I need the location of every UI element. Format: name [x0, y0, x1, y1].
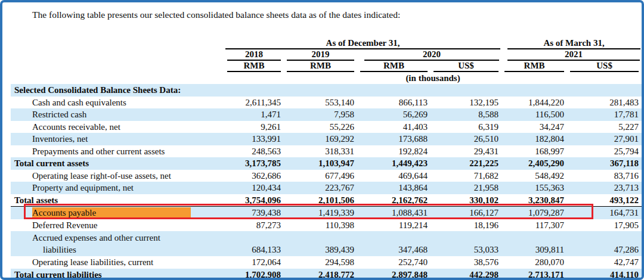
cell-value: 47,286: [567, 231, 642, 256]
cell-value: 119,214: [357, 219, 431, 232]
cell-value: 1,088,431: [357, 207, 431, 219]
cell-value: 26,510: [431, 133, 501, 145]
row-label: Inventories, net: [11, 133, 224, 145]
cell-value: 2,897,848: [357, 269, 431, 280]
cell-value: 2,101,506: [284, 194, 357, 207]
cell-value: 2,162,762: [357, 194, 431, 207]
cell-value: 29,431: [431, 145, 501, 158]
cell-value: 2,405,290: [501, 157, 567, 170]
cell-value: 280,070: [501, 256, 567, 269]
label-column-spacer: [11, 72, 224, 84]
cell-value: 252,740: [357, 256, 431, 269]
cell-value: 1,702,908: [224, 269, 284, 280]
cell-value: 116,500: [501, 108, 567, 121]
cell-value: 469,644: [357, 170, 431, 182]
year-header-2021: 2021: [501, 49, 642, 61]
currency-header-2021-usd: US$: [567, 61, 642, 72]
cell-value: 281,483: [567, 97, 642, 109]
cell-value: 9,261: [224, 121, 284, 133]
cell-value: 192,824: [357, 145, 431, 158]
cell-value: 25,794: [567, 145, 642, 158]
cell-value: 17,905: [567, 219, 642, 232]
cell-value: 3,230,847: [501, 194, 567, 207]
group-header-dec31-label: As of December 31,: [225, 38, 500, 49]
cell-value: 55,226: [284, 121, 357, 133]
group-header-mar31-label: As of March 31,: [507, 38, 640, 49]
row-label: Restricted cash: [11, 108, 224, 121]
cell-value: 8,588: [431, 108, 501, 121]
table-row: Operating lease liabilities, current172,…: [11, 256, 642, 269]
row-label: Operating lease liabilities, current: [11, 256, 224, 269]
table-row: Total current assets3,173,7851,103,9471,…: [11, 157, 642, 170]
cell-value: 182,804: [501, 133, 567, 145]
row-label: Selected Consolidated Balance Sheets Dat…: [11, 84, 642, 97]
cell-value: 110,398: [284, 219, 357, 232]
currency-header-2019-rmb: RMB: [284, 61, 357, 72]
units-note: (in thousands): [224, 72, 642, 84]
table-row: Operating lease right-of-use assets, net…: [11, 170, 642, 182]
table-head: As of December 31, As of March 31, 2018 …: [11, 36, 642, 84]
currency-header-2020-rmb: RMB: [357, 61, 431, 72]
cell-value: 21,958: [431, 182, 501, 194]
cell-value: 18,196: [431, 219, 501, 232]
accounts-payable-highlight: Accounts payable: [32, 207, 191, 219]
label-column-spacer: [11, 61, 224, 72]
cell-value: 166,127: [431, 207, 501, 219]
table-row: Property and equipment, net120,434223,76…: [11, 182, 642, 194]
cell-value: 169,292: [284, 133, 357, 145]
table-row: Total current liabilities1,702,9082,418,…: [11, 269, 642, 280]
cell-value: 6,319: [431, 121, 501, 133]
cell-value: 173,688: [357, 133, 431, 145]
cell-value: 367,118: [567, 157, 642, 170]
row-label: Total current assets: [11, 157, 224, 170]
cell-value: 120,434: [224, 182, 284, 194]
year-header-2020: 2020: [357, 49, 501, 61]
cell-value: 677,496: [284, 170, 357, 182]
row-label: Accounts receivable, net: [11, 121, 224, 133]
cell-value: 3,173,785: [224, 157, 284, 170]
cell-value: 2,418,772: [284, 269, 357, 280]
cell-value: 389,439: [284, 231, 357, 256]
cell-value: 1,079,287: [501, 207, 567, 219]
balance-sheet-table: As of December 31, As of March 31, 2018 …: [11, 36, 642, 280]
table-row: Inventories, net133,991169,292173,68826,…: [11, 133, 642, 145]
row-label: Prepayments and other current assets: [11, 145, 224, 158]
intro-text: The following table presents our selecte…: [32, 9, 400, 21]
currency-header-2020-usd: US$: [431, 61, 501, 72]
cell-value: 172,064: [224, 256, 284, 269]
cell-value: 347,468: [357, 231, 431, 256]
cell-value: 27,901: [567, 133, 642, 145]
cell-value: 53,033: [431, 231, 501, 256]
cell-value: 143,864: [357, 182, 431, 194]
cell-value: 493,122: [567, 194, 642, 207]
table-row: Accounts receivable, net9,26155,22641,40…: [11, 121, 642, 133]
group-header-mar31: As of March 31,: [501, 36, 642, 49]
cell-value: 71,682: [431, 170, 501, 182]
table-row: Prepayments and other current assets248,…: [11, 145, 642, 158]
cell-value: 1,471: [224, 108, 284, 121]
cell-value: 442,298: [431, 269, 501, 280]
label-column-spacer: [11, 36, 224, 49]
currency-header-2018-rmb: RMB: [224, 61, 284, 72]
cell-value: 330,102: [431, 194, 501, 207]
currency-header-2021-rmb: RMB: [501, 61, 567, 72]
cell-value: 221,225: [431, 157, 501, 170]
table-row: Deferred Revenue87,273110,398119,21418,1…: [11, 219, 642, 232]
year-header-2018: 2018: [224, 49, 284, 61]
cell-value: 553,140: [284, 97, 357, 109]
row-label: Total assets: [11, 194, 224, 207]
table-row: Accounts payable739,4381,419,3391,088,43…: [11, 207, 642, 219]
cell-value: 164,731: [567, 207, 642, 219]
table-row: Cash and cash equivalents2,611,345553,14…: [11, 97, 642, 109]
cell-value: 2,611,345: [224, 97, 284, 109]
cell-value: 38,576: [431, 256, 501, 269]
cell-value: 23,713: [567, 182, 642, 194]
table-row: Restricted cash1,4717,95856,2698,588116,…: [11, 108, 642, 121]
cell-value: 155,363: [501, 182, 567, 194]
cell-value: 866,113: [357, 97, 431, 109]
cell-value: 3,754,096: [224, 194, 284, 207]
cell-value: 168,997: [501, 145, 567, 158]
cell-value: 318,331: [284, 145, 357, 158]
cell-value: 87,273: [224, 219, 284, 232]
cell-value: 1,103,947: [284, 157, 357, 170]
